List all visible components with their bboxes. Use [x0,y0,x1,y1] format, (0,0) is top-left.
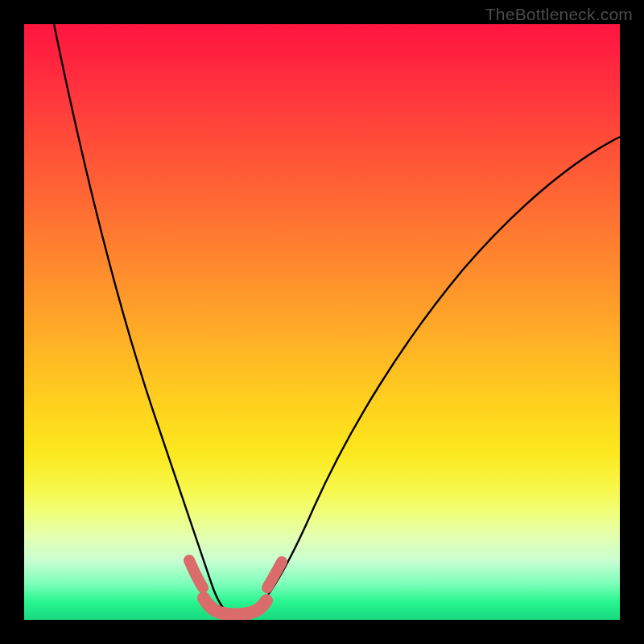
right-marker-cluster [267,562,282,588]
curve-right [250,137,620,615]
chart-svg [24,24,620,620]
chart-frame: TheBottleneck.com [0,0,644,644]
left-marker-cluster [189,560,203,588]
watermark-text: TheBottleneck.com [485,5,633,24]
valley-marker [204,598,266,614]
curve-left [54,24,232,616]
